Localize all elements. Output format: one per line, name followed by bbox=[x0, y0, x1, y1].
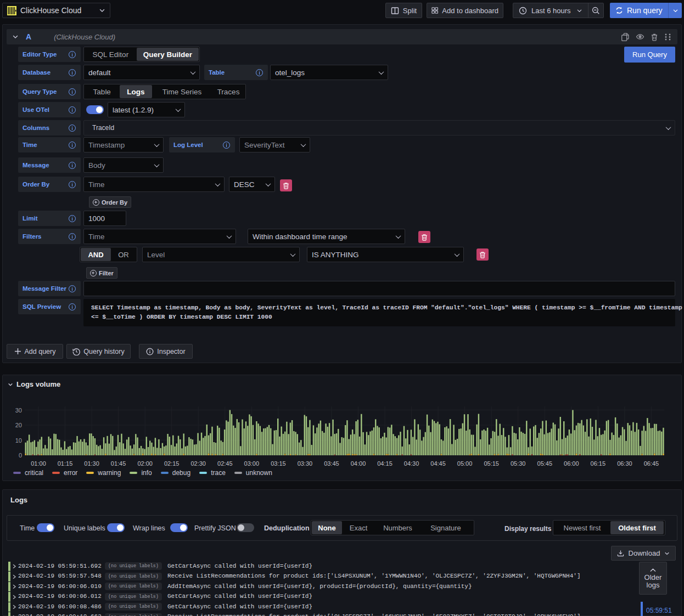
svg-text:06:15: 06:15 bbox=[591, 460, 606, 467]
svg-text:02:00: 02:00 bbox=[137, 460, 153, 467]
svg-text:03:30: 03:30 bbox=[298, 460, 313, 467]
svg-text:06:00: 06:00 bbox=[564, 460, 579, 467]
svg-text:02:15: 02:15 bbox=[164, 460, 180, 467]
svg-text:02:45: 02:45 bbox=[217, 460, 233, 467]
svg-text:20: 20 bbox=[15, 422, 22, 428]
svg-text:01:15: 01:15 bbox=[58, 460, 73, 467]
svg-text:30: 30 bbox=[15, 407, 22, 414]
svg-text:05:30: 05:30 bbox=[511, 460, 526, 467]
svg-text:02:30: 02:30 bbox=[190, 460, 206, 467]
svg-text:04:30: 04:30 bbox=[404, 460, 419, 467]
svg-text:03:15: 03:15 bbox=[271, 460, 286, 467]
svg-text:05:45: 05:45 bbox=[537, 460, 553, 467]
svg-text:10: 10 bbox=[15, 437, 22, 444]
svg-text:01:30: 01:30 bbox=[84, 460, 99, 467]
svg-text:03:45: 03:45 bbox=[324, 460, 339, 467]
svg-text:01:45: 01:45 bbox=[111, 460, 126, 467]
svg-text:05:15: 05:15 bbox=[484, 460, 499, 467]
svg-text:06:30: 06:30 bbox=[617, 460, 632, 467]
svg-text:06:45: 06:45 bbox=[644, 460, 659, 467]
svg-text:0: 0 bbox=[19, 452, 22, 459]
svg-text:04:45: 04:45 bbox=[430, 460, 446, 467]
svg-text:05:00: 05:00 bbox=[457, 460, 473, 467]
svg-text:03:00: 03:00 bbox=[244, 460, 260, 467]
svg-text:04:15: 04:15 bbox=[377, 460, 393, 467]
svg-text:04:00: 04:00 bbox=[351, 460, 366, 467]
svg-text:01:00: 01:00 bbox=[31, 460, 46, 467]
